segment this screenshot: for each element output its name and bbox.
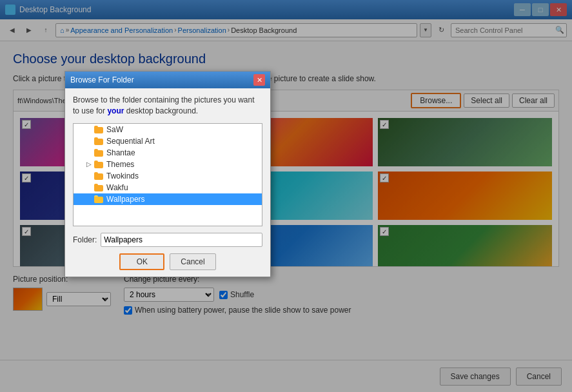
tree-item-shantae[interactable]: Shantae	[74, 147, 262, 159]
dialog-title: Browse For Folder	[70, 75, 253, 84]
dialog-tree[interactable]: SaW Sequential Art	[73, 123, 262, 226]
tree-label-wallpapers: Wallpapers	[106, 195, 145, 204]
tree-label-wakfu: Wakfu	[106, 183, 128, 192]
folder-icon-wakfu	[94, 184, 104, 191]
tree-label-saw: SaW	[106, 125, 123, 134]
themes-toggle: ▷	[86, 161, 94, 168]
dialog-close-button[interactable]: ✕	[253, 74, 265, 86]
folder-input[interactable]	[101, 233, 262, 247]
browse-for-folder-dialog: Browse For Folder ✕ Browse to the folder…	[64, 71, 271, 277]
folder-icon-shantae	[94, 149, 104, 157]
tree-label-sequential: Sequential Art	[106, 137, 155, 146]
tree-item-themes[interactable]: ▷ Themes	[74, 159, 262, 170]
folder-icon-wallpapers	[94, 195, 104, 203]
folder-field-label: Folder:	[73, 235, 97, 244]
dialog-buttons: OK Cancel	[73, 253, 262, 270]
tree-label-themes: Themes	[106, 160, 134, 169]
folder-icon-themes	[94, 161, 104, 168]
tree-label-shantae: Shantae	[106, 148, 135, 157]
folder-icon-sequential	[94, 137, 104, 145]
dialog-instruction: Browse to the folder containing the pict…	[73, 95, 262, 117]
dialog-overlay: Browse For Folder ✕ Browse to the folder…	[0, 0, 572, 392]
tree-item-wakfu[interactable]: Wakfu	[74, 182, 262, 193]
tree-item-twokinds[interactable]: Twokinds	[74, 170, 262, 182]
dialog-ok-button[interactable]: OK	[119, 253, 164, 270]
dialog-title-bar: Browse For Folder ✕	[65, 72, 270, 88]
dialog-body: Browse to the folder containing the pict…	[65, 88, 270, 277]
dialog-folder-row: Folder:	[73, 233, 262, 247]
tree-label-twokinds: Twokinds	[106, 172, 139, 181]
tree-item-saw[interactable]: SaW	[74, 124, 262, 135]
tree-item-sequential[interactable]: Sequential Art	[74, 135, 262, 147]
dialog-cancel-button[interactable]: Cancel	[170, 253, 215, 270]
folder-icon-saw	[94, 126, 104, 133]
folder-icon-twokinds	[94, 172, 104, 180]
tree-item-wallpapers[interactable]: Wallpapers	[74, 193, 262, 205]
